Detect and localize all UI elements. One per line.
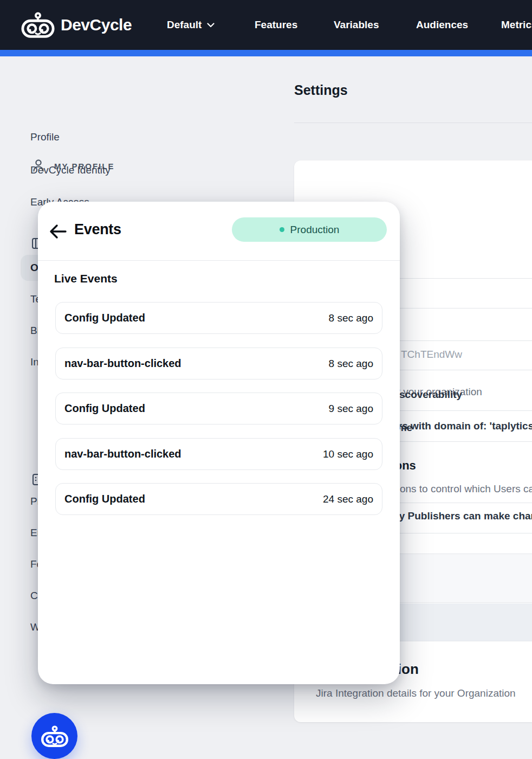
page-title-divider <box>294 123 532 123</box>
event-name: Config Updated <box>64 402 145 415</box>
robot-fab-icon <box>41 725 69 748</box>
robot-logo-icon <box>21 11 55 38</box>
page-title: Settings <box>294 82 348 98</box>
event-time: 10 sec ago <box>323 448 373 460</box>
accent-bar <box>0 50 532 56</box>
discoverability-label: Discoverability <box>389 389 462 401</box>
environment-badge: Production <box>232 217 387 242</box>
jira-description: Jira Integration details for your Organi… <box>316 687 516 699</box>
event-name: Config Updated <box>64 312 145 324</box>
environment-label: Production <box>290 224 340 236</box>
modal-header-divider <box>38 260 400 261</box>
project-dropdown-label: Default <box>167 19 202 31</box>
publishers-text: Only Publishers can make changes <box>382 510 532 522</box>
event-row: Config Updated 9 sec ago <box>55 393 382 424</box>
nav-item-audiences[interactable]: Audiences <box>416 0 468 50</box>
sidebar-item-devcycle-identity[interactable]: DevCycle Identity <box>30 164 111 176</box>
event-row: Config Updated 24 sec ago <box>55 483 382 515</box>
nav-item-metrics[interactable]: Metrics <box>501 0 532 50</box>
discoverability-value: users with domain of: 'taplytics.com' <box>380 420 532 432</box>
org-id-value[interactable]: TChTEndWw <box>401 349 462 361</box>
sidebar-item-profile[interactable]: Profile <box>30 131 60 143</box>
event-row: Config Updated 8 sec ago <box>55 302 382 334</box>
event-name: nav-bar-button-clicked <box>64 357 181 370</box>
brand-home-link[interactable]: DevCycle <box>21 0 132 50</box>
environment-dot-icon <box>280 227 284 232</box>
event-name: nav-bar-button-clicked <box>64 448 181 460</box>
event-time: 8 sec ago <box>329 358 373 370</box>
event-name: Config Updated <box>64 493 145 505</box>
live-events-title: Live Events <box>54 272 118 285</box>
chat-fab-button[interactable] <box>31 713 77 759</box>
modal-title: Events <box>74 221 121 238</box>
event-row: nav-bar-button-clicked 8 sec ago <box>55 348 382 380</box>
event-time: 24 sec ago <box>323 493 373 505</box>
back-arrow-icon <box>49 223 67 240</box>
brand-name: DevCycle <box>61 16 132 34</box>
event-time: 9 sec ago <box>329 403 373 415</box>
back-button[interactable] <box>48 222 68 242</box>
event-row: nav-bar-button-clicked 10 sec ago <box>55 438 382 470</box>
chevron-down-icon <box>207 23 215 28</box>
top-navbar: DevCycle Default Features Variables Audi… <box>0 0 532 50</box>
nav-item-variables[interactable]: Variables <box>334 0 379 50</box>
event-time: 8 sec ago <box>329 312 373 324</box>
nav-item-features[interactable]: Features <box>255 0 297 50</box>
project-dropdown[interactable]: Default <box>167 0 215 50</box>
events-modal: Events Production Live Events Config Upd… <box>38 202 400 684</box>
